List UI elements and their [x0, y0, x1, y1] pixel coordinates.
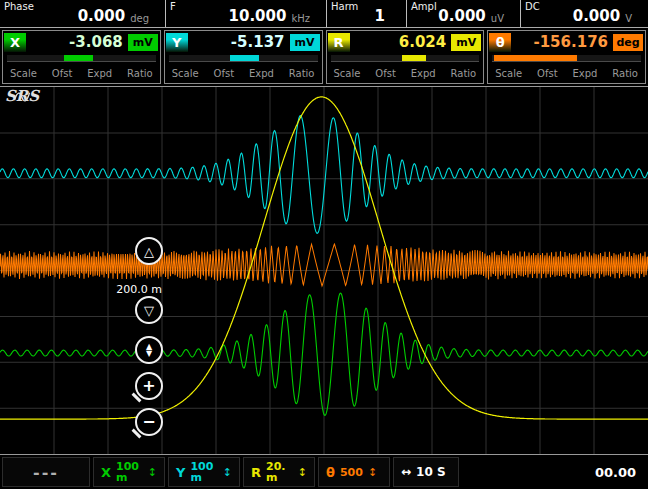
channel-box-x[interactable]: X -3.068 mV Scale Ofst Expd Ratio	[2, 30, 161, 84]
setting-harmonic-label: Harm	[331, 1, 358, 12]
setting-phase-value: 0.000	[78, 9, 125, 24]
channel-slider-thumb[interactable]	[494, 55, 577, 61]
setting-phase-unit: deg	[130, 14, 149, 24]
menu-item-ofst[interactable]: Ofst	[214, 68, 235, 79]
channel-value: -5.137	[188, 35, 290, 50]
pan-down-icon: ▼	[146, 350, 152, 357]
setting-dc[interactable]: DC 0.000 V	[521, 0, 648, 27]
triangle-down-icon: ▽	[144, 304, 154, 317]
channel-letter-chip: X	[4, 33, 26, 52]
setting-frequency[interactable]: F 10.000 kHz	[166, 0, 327, 27]
menu-item-ratio[interactable]: Ratio	[289, 68, 315, 79]
zoom-in-icon: +	[142, 378, 155, 394]
channel-x-slider[interactable]	[7, 54, 156, 62]
time-readout-value: 00.00	[595, 465, 636, 480]
footer-scale-x[interactable]: X 100 m ↕	[93, 457, 165, 487]
setting-amplitude-value: 0.000	[438, 9, 485, 24]
setting-amplitude-label: Ampl	[411, 1, 437, 12]
timebase-value: 10 S	[416, 465, 446, 479]
menu-item-scale[interactable]: Scale	[334, 68, 361, 79]
channel-x-menu: Scale Ofst Expd Ratio	[3, 63, 160, 83]
channel-box-r[interactable]: R 6.024 mV Scale Ofst Expd Ratio	[326, 30, 485, 84]
updown-arrows-icon: ↕	[148, 467, 157, 478]
footer-scale-y[interactable]: Y 100 m ↕	[168, 457, 240, 487]
menu-item-scale[interactable]: Scale	[10, 68, 37, 79]
footer-scale-theta[interactable]: θ 500 ↕	[318, 457, 390, 487]
zoom-out-icon: −	[142, 414, 155, 430]
zoom-in-button[interactable]: +	[135, 372, 163, 400]
footer-scale-value: 100 m	[116, 461, 143, 483]
channel-slider-thumb[interactable]	[230, 55, 260, 61]
updown-arrows-icon: ↕	[223, 467, 232, 478]
triangle-up-icon: △	[144, 245, 154, 258]
lockin-screen: Phase 0.000 deg F 10.000 kHz Harm 1 Ampl…	[0, 0, 648, 489]
footer-scale-label: R	[251, 466, 261, 479]
setting-harmonic[interactable]: Harm 1	[327, 0, 407, 27]
menu-item-ratio[interactable]: Ratio	[451, 68, 477, 79]
setting-dc-unit: V	[625, 14, 632, 24]
time-readout: 00.00	[571, 457, 643, 487]
channel-unit-chip: deg	[613, 34, 643, 51]
setting-frequency-unit: kHz	[291, 14, 310, 24]
trigger-status[interactable]: ---	[2, 457, 90, 487]
waveform-display	[0, 87, 648, 454]
menu-item-ofst[interactable]: Ofst	[52, 68, 73, 79]
channel-r-slider[interactable]	[331, 54, 480, 62]
menu-item-expd[interactable]: Expd	[411, 68, 436, 79]
channel-value: 6.024	[350, 35, 452, 50]
channel-box-y[interactable]: Y -5.137 mV Scale Ofst Expd Ratio	[164, 30, 323, 84]
channel-unit-chip: mV	[451, 34, 481, 51]
footer-scale-value: 100 m	[190, 461, 217, 483]
menu-item-ratio[interactable]: Ratio	[612, 68, 638, 79]
channel-unit-chip: mV	[128, 34, 158, 51]
channel-y-menu: Scale Ofst Expd Ratio	[165, 63, 322, 83]
timebase-control[interactable]: ↔ 10 S	[393, 457, 459, 487]
settings-bar: Phase 0.000 deg F 10.000 kHz Harm 1 Ampl…	[0, 0, 648, 28]
updown-arrows-icon: ↕	[368, 467, 377, 478]
footer-scale-value: 500	[340, 467, 363, 478]
srs-logo-wave-icon	[5, 89, 39, 104]
menu-item-expd[interactable]: Expd	[87, 68, 112, 79]
footer-scale-label: θ	[326, 466, 335, 479]
channel-theta-slider[interactable]	[492, 54, 641, 62]
hrange-icon: ↔	[401, 465, 411, 479]
channel-value: -3.068	[26, 35, 128, 50]
channel-slider-thumb[interactable]	[64, 55, 94, 61]
channel-y-readout: Y -5.137 mV	[165, 31, 322, 52]
updown-arrows-icon: ↕	[298, 467, 307, 478]
zoom-out-button[interactable]: −	[135, 408, 163, 436]
channel-r-menu: Scale Ofst Expd Ratio	[327, 63, 484, 83]
channel-x-readout: X -3.068 mV	[3, 31, 160, 52]
menu-item-ofst[interactable]: Ofst	[537, 68, 558, 79]
channel-slider-thumb[interactable]	[402, 55, 426, 61]
menu-item-scale[interactable]: Scale	[172, 68, 199, 79]
menu-item-expd[interactable]: Expd	[572, 68, 597, 79]
offset-up-button[interactable]: △	[135, 237, 163, 265]
menu-item-expd[interactable]: Expd	[249, 68, 274, 79]
footer-scale-r[interactable]: R 20. m ↕	[243, 457, 315, 487]
channel-y-slider[interactable]	[169, 54, 318, 62]
pan-updown-button[interactable]: ▲ ▼	[135, 336, 163, 364]
footer-scale-label: Y	[176, 466, 185, 479]
setting-harmonic-value: 1	[375, 9, 385, 24]
channel-value: -156.176	[511, 35, 613, 50]
plot-area[interactable]: SRS △ 200.0 m ▽ ▲ ▼ + −	[0, 86, 648, 454]
channel-unit-chip: mV	[290, 34, 320, 51]
footer-spacer	[462, 457, 568, 487]
menu-item-ratio[interactable]: Ratio	[127, 68, 153, 79]
setting-dc-value: 0.000	[573, 9, 620, 24]
setting-frequency-value: 10.000	[229, 9, 287, 24]
menu-item-ofst[interactable]: Ofst	[375, 68, 396, 79]
setting-phase[interactable]: Phase 0.000 deg	[0, 0, 166, 27]
channel-box-theta[interactable]: θ -156.176 deg Scale Ofst Expd Ratio	[487, 30, 646, 84]
setting-dc-label: DC	[525, 1, 540, 12]
channel-letter-chip: θ	[489, 33, 511, 52]
setting-amplitude[interactable]: Ampl 0.000 uV	[407, 0, 521, 27]
menu-item-scale[interactable]: Scale	[495, 68, 522, 79]
trigger-status-text: ---	[33, 463, 59, 482]
offset-value-label: 200.0 m	[88, 283, 162, 296]
offset-down-button[interactable]: ▽	[135, 296, 163, 324]
setting-frequency-label: F	[170, 1, 176, 12]
channel-theta-menu: Scale Ofst Expd Ratio	[488, 63, 645, 83]
setting-amplitude-unit: uV	[491, 14, 504, 24]
